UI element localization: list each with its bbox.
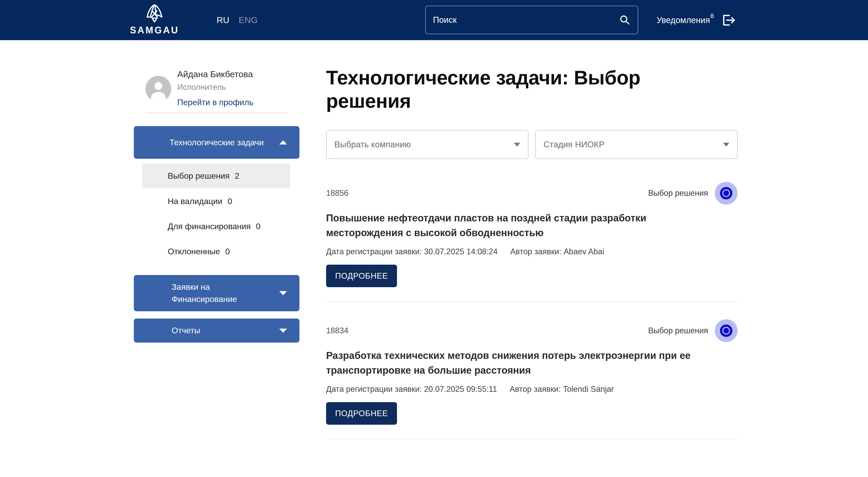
status-label: Выбор решения	[648, 188, 708, 198]
task-meta: Дата регистрации заявки: 30.07.2025 14:0…	[326, 247, 738, 257]
menu-tech-tasks[interactable]: Технологические задачи	[134, 126, 300, 159]
chevron-down-icon	[723, 143, 729, 147]
avatar-person-icon	[155, 82, 162, 90]
notifications-count-badge: 8	[710, 12, 714, 20]
divider	[146, 113, 287, 113]
profile-role: Исполнитель	[177, 83, 226, 92]
brand-name: SAMGAU	[130, 25, 179, 36]
task-card: 18856 Выбор решения Повышение нефтеотдач…	[326, 182, 738, 302]
sidebar: Айдана Бикбетова Исполнитель Перейти в п…	[134, 40, 300, 477]
search-input[interactable]	[433, 15, 619, 25]
menu-label: Технологические задачи	[169, 138, 264, 147]
search-icon[interactable]	[619, 14, 630, 26]
author-value: Tolendi Sanjar	[563, 385, 614, 394]
lang-eng[interactable]: ENG	[239, 15, 258, 25]
item-count: 0	[256, 222, 260, 231]
sidebar-item-on-validation[interactable]: На валидации0	[168, 193, 235, 209]
menu-label: Заявки на Финансирование	[172, 281, 257, 305]
menu-reports[interactable]: Отчеты	[134, 319, 300, 342]
menu-label: Отчеты	[172, 326, 200, 335]
item-count: 0	[225, 247, 230, 256]
chevron-down-icon	[514, 143, 520, 147]
status-radio-icon[interactable]	[715, 319, 738, 342]
task-id: 18856	[326, 188, 348, 198]
task-title: Повышение нефтеотдачи пластов на поздней…	[326, 211, 719, 240]
registration-date-value: 20.07.2025 09:55:11	[424, 385, 497, 394]
samgau-bird-icon	[142, 3, 167, 24]
language-switch: RU ENG	[217, 0, 258, 40]
user-avatar	[146, 76, 171, 102]
notifications-label: Уведомления	[657, 15, 710, 25]
divider	[326, 302, 738, 302]
filter-row: Выбрать компанию Стадия НИОКР	[326, 130, 738, 159]
main-content: Технологические задачи: Выбор решения Вы…	[326, 40, 738, 439]
app-header: SAMGAU RU ENG Уведомления8	[0, 0, 868, 40]
chevron-down-icon	[279, 291, 287, 295]
author-label: Автор заявки:	[510, 247, 561, 256]
menu-financing-requests[interactable]: Заявки на Финансирование	[134, 275, 300, 311]
page-title: Технологические задачи: Выбор решения	[326, 66, 673, 112]
profile-name: Айдана Бикбетова	[177, 69, 253, 79]
task-title: Разработка технических методов снижения …	[326, 348, 719, 378]
logout-icon	[721, 14, 736, 27]
author-label: Автор заявки:	[509, 385, 561, 394]
registration-date-label: Дата регистрации заявки:	[326, 385, 422, 394]
search-box	[425, 6, 638, 34]
sidebar-item-rejected[interactable]: Отклоненные0	[168, 244, 232, 259]
divider	[326, 439, 738, 439]
rnd-stage-select[interactable]: Стадия НИОКР	[535, 130, 738, 159]
details-button[interactable]: ПОДРОБНЕЕ	[326, 402, 397, 425]
logout-button[interactable]	[721, 0, 736, 40]
chevron-down-icon	[279, 329, 287, 333]
status-radio-icon[interactable]	[715, 182, 738, 205]
item-count: 0	[227, 197, 232, 206]
brand-logo[interactable]: SAMGAU	[131, 3, 178, 36]
registration-date-value: 30.07.2025 14:08:24	[424, 247, 497, 256]
registration-date-label: Дата регистрации заявки:	[326, 247, 422, 256]
sidebar-item-solution-choice[interactable]: Выбор решения2	[142, 163, 290, 188]
author-value: Abaev Abai	[564, 247, 604, 256]
chevron-up-icon	[279, 140, 287, 145]
status-label: Выбор решения	[648, 326, 708, 335]
sidebar-item-for-financing[interactable]: Для финансирования0	[168, 218, 263, 234]
item-count: 2	[235, 171, 239, 180]
notifications-button[interactable]: Уведомления8	[657, 0, 714, 40]
task-id: 18834	[326, 326, 348, 335]
go-to-profile-link[interactable]: Перейти в профиль	[177, 98, 253, 107]
task-meta: Дата регистрации заявки: 20.07.2025 09:5…	[326, 385, 738, 394]
lang-ru[interactable]: RU	[217, 15, 229, 25]
company-select[interactable]: Выбрать компанию	[326, 130, 528, 159]
task-card: 18834 Выбор решения Разработка техническ…	[326, 319, 738, 439]
details-button[interactable]: ПОДРОБНЕЕ	[326, 265, 397, 287]
